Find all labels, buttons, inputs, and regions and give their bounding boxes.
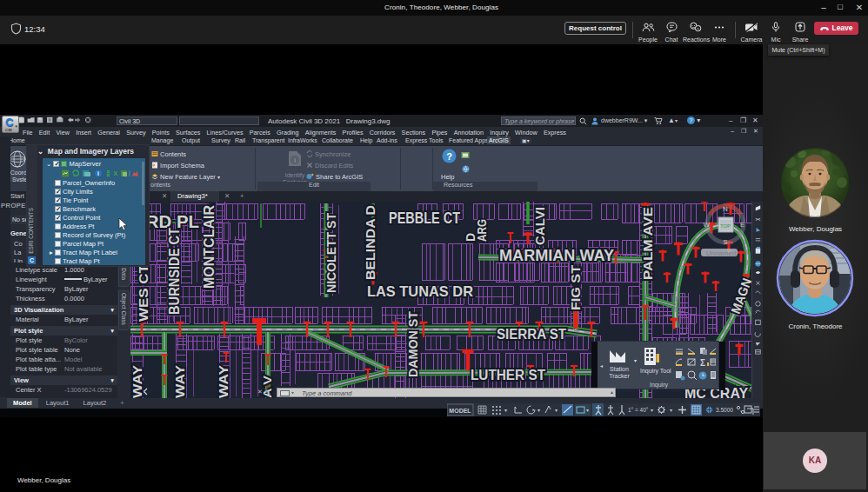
- svg-text:BURNSIDE CT: BURNSIDE CT: [167, 228, 182, 315]
- svg-text:Σ: Σ: [700, 358, 705, 368]
- svg-text:i: i: [97, 170, 99, 176]
- svg-text:WAY: WAY: [130, 365, 144, 398]
- svg-text:i: i: [294, 156, 296, 164]
- svg-text:BELINDA D: BELINDA D: [364, 205, 377, 280]
- svg-text:WAY: WAY: [216, 365, 230, 398]
- svg-text:TOP: TOP: [720, 223, 731, 229]
- svg-text:DAMON ST: DAMON ST: [406, 311, 420, 377]
- svg-text:C: C: [30, 257, 34, 263]
- svg-text:▾: ▾: [537, 408, 540, 413]
- svg-text:?: ?: [446, 151, 452, 162]
- svg-text:WES CT: WES CT: [136, 264, 150, 322]
- svg-text:▾: ▾: [504, 408, 507, 413]
- svg-text:MODEL: MODEL: [449, 408, 471, 414]
- svg-text:PEBBLE CT: PEBBLE CT: [389, 209, 460, 227]
- svg-text:▾: ▾: [555, 408, 558, 413]
- svg-text:CALVI: CALVI: [532, 207, 547, 245]
- svg-text:S: S: [723, 238, 727, 246]
- svg-text:E: E: [740, 221, 744, 229]
- svg-text:N: N: [723, 205, 728, 213]
- svg-text:▾: ▾: [651, 408, 653, 413]
- svg-text:▾: ▾: [586, 408, 589, 413]
- svg-text:W: W: [703, 221, 710, 229]
- svg-text:1° = 40°: 1° = 40°: [628, 407, 649, 413]
- svg-text:°: °: [740, 409, 742, 415]
- svg-text:WAY: WAY: [172, 365, 187, 398]
- svg-text:PALM AVE: PALM AVE: [640, 207, 655, 280]
- svg-text:MARMIAN WAY: MARMIAN WAY: [499, 247, 614, 264]
- svg-text:FIG ST: FIG ST: [568, 265, 583, 310]
- svg-text:MONTCLAIR: MONTCLAIR: [202, 205, 217, 289]
- svg-text:3.5000: 3.5000: [716, 407, 733, 413]
- svg-text:LAS TUNAS DR: LAS TUNAS DR: [367, 283, 473, 300]
- svg-text:NICOLETT ST: NICOLETT ST: [324, 213, 338, 293]
- svg-text:LUTHER ST: LUTHER ST: [471, 368, 545, 382]
- svg-text:D: D: [464, 233, 477, 242]
- svg-text:SIERRA ST: SIERRA ST: [497, 327, 566, 342]
- svg-text:▾: ▾: [670, 408, 672, 413]
- svg-text:Unnamed: Unnamed: [706, 249, 737, 257]
